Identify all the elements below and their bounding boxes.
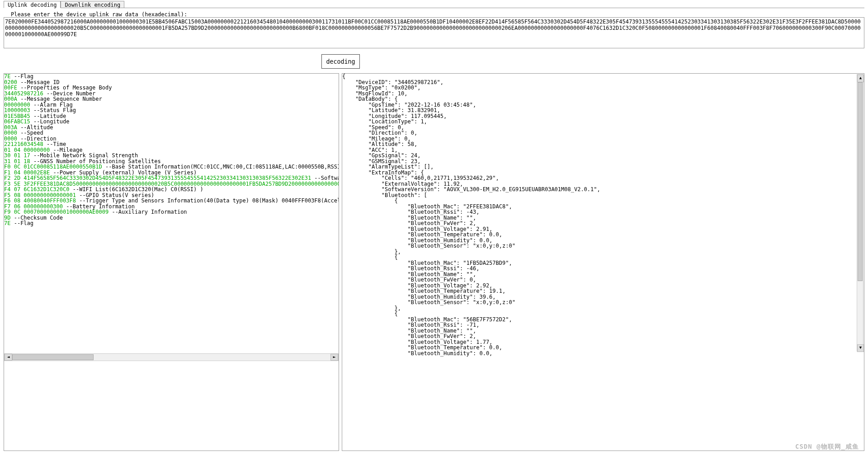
decoded-json-panel[interactable]: { "DeviceID": "344052987216", "MsgType":… bbox=[342, 73, 864, 451]
json-output-line: "Cells": "460,0,21771,139532462,29", bbox=[342, 175, 864, 181]
json-output-line: "MsgType": "0x0200", bbox=[342, 85, 864, 91]
left-panel-horizontal-scrollbar[interactable]: ◄ ► bbox=[4, 353, 339, 361]
scroll-left-arrow-icon[interactable]: ◄ bbox=[5, 354, 12, 361]
json-output-line: "ACC": 1, bbox=[342, 147, 864, 153]
scroll-track[interactable] bbox=[857, 82, 863, 344]
json-output-line: "GpsSignal": 24, bbox=[342, 153, 864, 159]
tab-uplink-decoding[interactable]: Uplink decoding bbox=[4, 1, 61, 8]
scroll-up-arrow-icon[interactable]: ▲ bbox=[857, 75, 864, 82]
decoding-button[interactable]: decoding bbox=[321, 54, 360, 69]
tab-bar: Uplink decoding Downlink encoding bbox=[4, 1, 124, 8]
json-output-line: "Bluetooth_FwVer": 0, bbox=[342, 277, 864, 283]
json-output-line: "AlarmTypeList": [], bbox=[342, 164, 864, 170]
scroll-thumb[interactable] bbox=[12, 354, 94, 360]
json-output-line: "Altitude": 58, bbox=[342, 141, 864, 147]
json-output-line: "Bluetooth": [ bbox=[342, 192, 864, 198]
json-output-line: "Latitude": 31.832901, bbox=[342, 108, 864, 113]
scroll-down-arrow-icon[interactable]: ▼ bbox=[857, 344, 864, 352]
decoded-field-line: 7E --Flag bbox=[4, 221, 339, 226]
json-output-line: { bbox=[342, 74, 864, 80]
decoded-fields-panel[interactable]: 7E --Flag0200 --Message ID00FE --Propert… bbox=[4, 73, 339, 451]
json-output-line: { bbox=[342, 198, 864, 204]
json-output-line: "Bluetooth_Rssi": -71, bbox=[342, 322, 864, 328]
json-output-line: "DataBody": { bbox=[342, 96, 864, 102]
json-output-line: "Speed": 0, bbox=[342, 125, 864, 131]
json-output-line: "Bluetooth_Temperature": 0.0, bbox=[342, 232, 864, 238]
json-output-line: "Direction": 0, bbox=[342, 130, 864, 136]
tab-downlink-encoding[interactable]: Downlink encoding bbox=[61, 1, 124, 8]
json-output-line: "Bluetooth_FwVer": 2, bbox=[342, 333, 864, 339]
tab-separator bbox=[4, 8, 864, 8]
scroll-thumb[interactable] bbox=[858, 82, 863, 281]
json-output-line: "Bluetooth_Rssi": -46, bbox=[342, 266, 864, 272]
decoded-field-line: 9D --Checksum Code bbox=[4, 215, 339, 221]
json-output-line: }, bbox=[342, 305, 864, 311]
json-output-line: { bbox=[342, 311, 864, 317]
json-output-line: "Bluetooth_Sensor": "x:0,y:0,z:0" bbox=[342, 300, 864, 305]
json-output-line: "DeviceID": "344052987216", bbox=[342, 80, 864, 85]
json-output-line: { bbox=[342, 254, 864, 260]
json-output-line: "Bluetooth_Sensor": "x:0,y:0,z:0" bbox=[342, 243, 864, 249]
json-output-line: "LocationType": 1, bbox=[342, 119, 864, 125]
json-output-line: "Bluetooth_Humidity": 0.0, bbox=[342, 351, 864, 357]
json-output-line: "Bluetooth_FwVer": 2, bbox=[342, 221, 864, 226]
decoded-field-desc: --Auxiliary Information bbox=[108, 209, 187, 215]
json-output-line: "Bluetooth_Rssi": -43, bbox=[342, 209, 864, 215]
json-output-line: "MsgFlowId": 10, bbox=[342, 91, 864, 97]
right-panel-vertical-scrollbar[interactable]: ▲ ▼ bbox=[857, 74, 863, 352]
decoded-field-hex: 7E bbox=[4, 220, 10, 226]
scroll-track[interactable] bbox=[12, 354, 330, 360]
json-output-line: "SoftwareVersion": "AOVX_VL300-EM_H2.0_E… bbox=[342, 187, 864, 192]
json-output-line: "Bluetooth_Temperature": 19.1, bbox=[342, 288, 864, 294]
scroll-right-arrow-icon[interactable]: ► bbox=[330, 354, 338, 361]
json-output-line: "Bluetooth_Temperature": 0.0, bbox=[342, 345, 864, 351]
decoded-field-line: 003A --Altitude bbox=[4, 125, 339, 131]
json-output-line: }, bbox=[342, 249, 864, 255]
decoded-field-line: 06FABC15 --Longitude bbox=[4, 119, 339, 125]
hex-raw-data-input[interactable] bbox=[4, 17, 864, 48]
decoded-field-desc: --Flag bbox=[10, 220, 33, 226]
json-output-line: "Mileage": 0, bbox=[342, 136, 864, 142]
input-prompt: Please enter the device uplink raw data … bbox=[11, 11, 187, 18]
watermark-text: CSDN @物联网_咸鱼 bbox=[795, 443, 859, 451]
